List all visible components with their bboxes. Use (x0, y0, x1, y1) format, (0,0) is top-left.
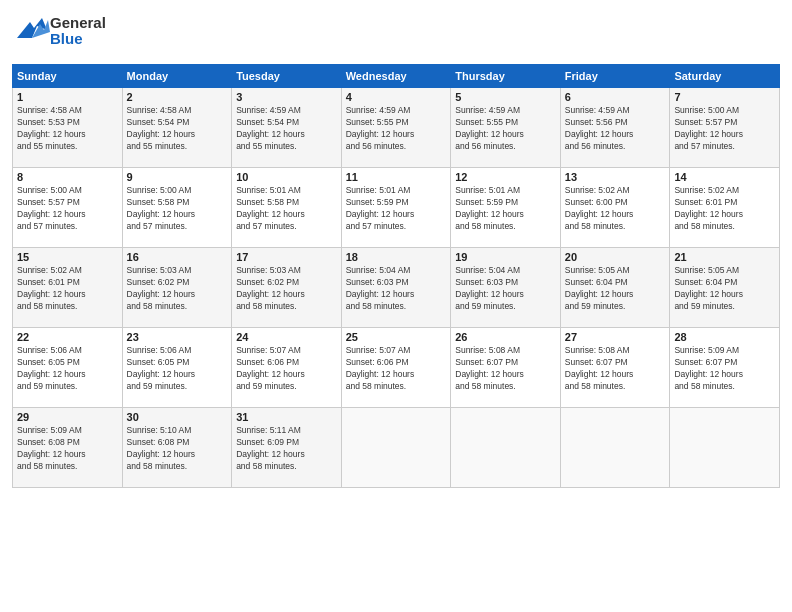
day-info: Sunrise: 5:09 AMSunset: 6:08 PMDaylight:… (17, 425, 118, 473)
calendar-cell: 24Sunrise: 5:07 AMSunset: 6:06 PMDayligh… (232, 328, 342, 408)
day-number: 15 (17, 251, 118, 263)
day-info: Sunrise: 5:06 AMSunset: 6:05 PMDaylight:… (127, 345, 228, 393)
calendar-cell: 9Sunrise: 5:00 AMSunset: 5:58 PMDaylight… (122, 168, 232, 248)
calendar-cell (341, 408, 451, 488)
day-number: 20 (565, 251, 666, 263)
calendar-cell (670, 408, 780, 488)
calendar-cell: 14Sunrise: 5:02 AMSunset: 6:01 PMDayligh… (670, 168, 780, 248)
day-header-monday: Monday (122, 65, 232, 88)
day-number: 3 (236, 91, 337, 103)
day-info: Sunrise: 5:07 AMSunset: 6:06 PMDaylight:… (236, 345, 337, 393)
logo: General Blue (12, 10, 132, 56)
calendar-header-row: SundayMondayTuesdayWednesdayThursdayFrid… (13, 65, 780, 88)
day-number: 7 (674, 91, 775, 103)
week-row-1: 1Sunrise: 4:58 AMSunset: 5:53 PMDaylight… (13, 88, 780, 168)
week-row-5: 29Sunrise: 5:09 AMSunset: 6:08 PMDayligh… (13, 408, 780, 488)
day-number: 1 (17, 91, 118, 103)
day-number: 25 (346, 331, 447, 343)
day-info: Sunrise: 4:58 AMSunset: 5:54 PMDaylight:… (127, 105, 228, 153)
day-info: Sunrise: 5:05 AMSunset: 6:04 PMDaylight:… (565, 265, 666, 313)
day-header-tuesday: Tuesday (232, 65, 342, 88)
day-info: Sunrise: 4:59 AMSunset: 5:54 PMDaylight:… (236, 105, 337, 153)
day-number: 9 (127, 171, 228, 183)
day-info: Sunrise: 5:04 AMSunset: 6:03 PMDaylight:… (346, 265, 447, 313)
day-info: Sunrise: 4:59 AMSunset: 5:55 PMDaylight:… (346, 105, 447, 153)
day-info: Sunrise: 5:02 AMSunset: 6:01 PMDaylight:… (674, 185, 775, 233)
day-info: Sunrise: 5:01 AMSunset: 5:59 PMDaylight:… (346, 185, 447, 233)
calendar-cell: 17Sunrise: 5:03 AMSunset: 6:02 PMDayligh… (232, 248, 342, 328)
day-info: Sunrise: 5:11 AMSunset: 6:09 PMDaylight:… (236, 425, 337, 473)
day-info: Sunrise: 5:03 AMSunset: 6:02 PMDaylight:… (236, 265, 337, 313)
calendar-cell: 26Sunrise: 5:08 AMSunset: 6:07 PMDayligh… (451, 328, 561, 408)
calendar-cell: 22Sunrise: 5:06 AMSunset: 6:05 PMDayligh… (13, 328, 123, 408)
day-info: Sunrise: 5:04 AMSunset: 6:03 PMDaylight:… (455, 265, 556, 313)
calendar-cell: 21Sunrise: 5:05 AMSunset: 6:04 PMDayligh… (670, 248, 780, 328)
week-row-4: 22Sunrise: 5:06 AMSunset: 6:05 PMDayligh… (13, 328, 780, 408)
calendar-cell: 11Sunrise: 5:01 AMSunset: 5:59 PMDayligh… (341, 168, 451, 248)
week-row-3: 15Sunrise: 5:02 AMSunset: 6:01 PMDayligh… (13, 248, 780, 328)
day-info: Sunrise: 5:08 AMSunset: 6:07 PMDaylight:… (455, 345, 556, 393)
calendar-cell: 27Sunrise: 5:08 AMSunset: 6:07 PMDayligh… (560, 328, 670, 408)
day-info: Sunrise: 4:59 AMSunset: 5:56 PMDaylight:… (565, 105, 666, 153)
day-info: Sunrise: 5:03 AMSunset: 6:02 PMDaylight:… (127, 265, 228, 313)
day-number: 12 (455, 171, 556, 183)
day-number: 27 (565, 331, 666, 343)
calendar-cell: 5Sunrise: 4:59 AMSunset: 5:55 PMDaylight… (451, 88, 561, 168)
day-header-sunday: Sunday (13, 65, 123, 88)
calendar-cell: 7Sunrise: 5:00 AMSunset: 5:57 PMDaylight… (670, 88, 780, 168)
day-number: 11 (346, 171, 447, 183)
calendar-cell: 19Sunrise: 5:04 AMSunset: 6:03 PMDayligh… (451, 248, 561, 328)
calendar-cell: 2Sunrise: 4:58 AMSunset: 5:54 PMDaylight… (122, 88, 232, 168)
day-info: Sunrise: 5:02 AMSunset: 6:01 PMDaylight:… (17, 265, 118, 313)
day-number: 18 (346, 251, 447, 263)
day-info: Sunrise: 4:59 AMSunset: 5:55 PMDaylight:… (455, 105, 556, 153)
day-number: 31 (236, 411, 337, 423)
calendar-cell: 12Sunrise: 5:01 AMSunset: 5:59 PMDayligh… (451, 168, 561, 248)
calendar-cell: 16Sunrise: 5:03 AMSunset: 6:02 PMDayligh… (122, 248, 232, 328)
day-number: 22 (17, 331, 118, 343)
day-number: 30 (127, 411, 228, 423)
day-info: Sunrise: 5:02 AMSunset: 6:00 PMDaylight:… (565, 185, 666, 233)
day-number: 21 (674, 251, 775, 263)
calendar-cell: 8Sunrise: 5:00 AMSunset: 5:57 PMDaylight… (13, 168, 123, 248)
day-number: 10 (236, 171, 337, 183)
logo-svg: General Blue (12, 10, 132, 52)
calendar-cell: 25Sunrise: 5:07 AMSunset: 6:06 PMDayligh… (341, 328, 451, 408)
day-number: 24 (236, 331, 337, 343)
day-number: 14 (674, 171, 775, 183)
day-header-saturday: Saturday (670, 65, 780, 88)
day-info: Sunrise: 5:08 AMSunset: 6:07 PMDaylight:… (565, 345, 666, 393)
day-info: Sunrise: 5:00 AMSunset: 5:57 PMDaylight:… (17, 185, 118, 233)
calendar-cell: 3Sunrise: 4:59 AMSunset: 5:54 PMDaylight… (232, 88, 342, 168)
calendar-cell: 10Sunrise: 5:01 AMSunset: 5:58 PMDayligh… (232, 168, 342, 248)
calendar-page: General Blue SundayMondayTuesdayWednesda… (0, 0, 792, 612)
day-number: 8 (17, 171, 118, 183)
calendar-cell: 20Sunrise: 5:05 AMSunset: 6:04 PMDayligh… (560, 248, 670, 328)
day-number: 16 (127, 251, 228, 263)
calendar-cell: 18Sunrise: 5:04 AMSunset: 6:03 PMDayligh… (341, 248, 451, 328)
calendar-cell: 29Sunrise: 5:09 AMSunset: 6:08 PMDayligh… (13, 408, 123, 488)
calendar-cell: 30Sunrise: 5:10 AMSunset: 6:08 PMDayligh… (122, 408, 232, 488)
calendar-cell (451, 408, 561, 488)
day-info: Sunrise: 5:00 AMSunset: 5:57 PMDaylight:… (674, 105, 775, 153)
day-number: 17 (236, 251, 337, 263)
day-number: 4 (346, 91, 447, 103)
day-number: 23 (127, 331, 228, 343)
day-header-thursday: Thursday (451, 65, 561, 88)
day-info: Sunrise: 5:01 AMSunset: 5:59 PMDaylight:… (455, 185, 556, 233)
day-info: Sunrise: 5:01 AMSunset: 5:58 PMDaylight:… (236, 185, 337, 233)
svg-text:General: General (50, 14, 106, 31)
day-number: 29 (17, 411, 118, 423)
calendar-cell: 31Sunrise: 5:11 AMSunset: 6:09 PMDayligh… (232, 408, 342, 488)
calendar-cell: 1Sunrise: 4:58 AMSunset: 5:53 PMDaylight… (13, 88, 123, 168)
day-number: 28 (674, 331, 775, 343)
day-number: 6 (565, 91, 666, 103)
day-number: 26 (455, 331, 556, 343)
calendar-cell: 28Sunrise: 5:09 AMSunset: 6:07 PMDayligh… (670, 328, 780, 408)
header: General Blue (12, 10, 780, 56)
day-number: 2 (127, 91, 228, 103)
day-header-wednesday: Wednesday (341, 65, 451, 88)
calendar-cell: 4Sunrise: 4:59 AMSunset: 5:55 PMDaylight… (341, 88, 451, 168)
calendar-cell: 6Sunrise: 4:59 AMSunset: 5:56 PMDaylight… (560, 88, 670, 168)
day-info: Sunrise: 5:09 AMSunset: 6:07 PMDaylight:… (674, 345, 775, 393)
